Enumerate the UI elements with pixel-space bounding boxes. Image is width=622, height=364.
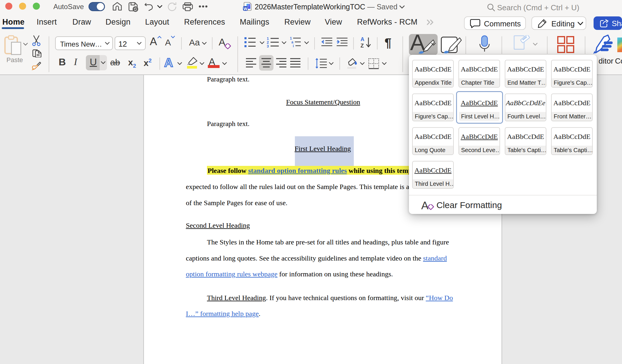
svg-text:W: W — [243, 6, 247, 11]
svg-text:a: a — [291, 40, 293, 44]
svg-text:i: i — [293, 44, 294, 48]
svg-text:A: A — [361, 36, 364, 42]
svg-text:1: 1 — [290, 36, 292, 40]
svg-text:3: 3 — [267, 44, 269, 48]
svg-text:Z: Z — [361, 43, 364, 49]
